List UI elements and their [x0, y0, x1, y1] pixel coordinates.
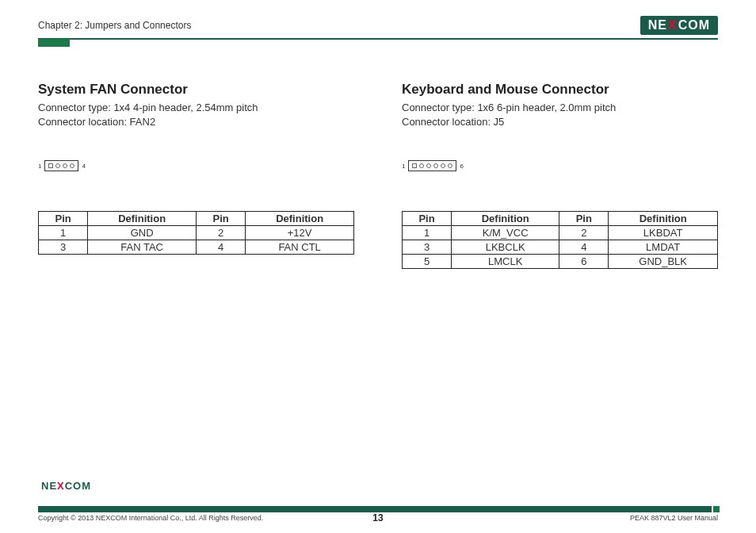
cell: 3 — [39, 240, 88, 255]
cell: 1 — [403, 226, 452, 240]
cell: 1 — [39, 226, 88, 240]
right-line2: Connector location: J5 — [402, 115, 718, 129]
th-pin: Pin — [39, 212, 88, 226]
footer-text-row: Copyright © 2013 NEXCOM International Co… — [38, 514, 718, 522]
pin-6-icon — [448, 163, 452, 168]
th-def: Definition — [609, 212, 718, 226]
diag-start-label: 1 — [38, 163, 41, 170]
right-line1: Connector type: 1x6 6-pin header, 2.0mm … — [402, 101, 718, 115]
th-pin: Pin — [559, 212, 609, 226]
table-header-row: Pin Definition Pin Definition — [403, 212, 718, 226]
th-pin: Pin — [196, 212, 245, 226]
th-def: Definition — [452, 212, 559, 226]
right-title: Keyboard and Mouse Connector — [402, 82, 718, 98]
pin-5-icon — [441, 163, 445, 168]
table-row: 3 FAN TAC 4 FAN CTL — [39, 240, 354, 255]
cell: K/M_VCC — [452, 226, 559, 240]
right-diagram: 1 6 — [402, 160, 718, 171]
right-pin-table: Pin Definition Pin Definition 1 K/M_VCC … — [402, 211, 718, 269]
cell: GND_BLK — [609, 255, 718, 269]
cell: 5 — [403, 255, 452, 269]
cell: FAN CTL — [246, 240, 354, 255]
left-line1: Connector type: 1x4 4-pin header, 2.54mm… — [38, 101, 354, 115]
table-row: 1 K/M_VCC 2 LKBDAT — [403, 226, 718, 240]
pin-3-icon — [63, 163, 67, 168]
page-header: Chapter 2: Jumpers and Connectors NEXCOM — [38, 16, 718, 40]
cell: +12V — [246, 226, 354, 240]
connector-4pin — [44, 160, 78, 171]
pin-4-icon — [70, 163, 74, 168]
cell: 3 — [403, 240, 452, 255]
diag-end-label: 6 — [460, 163, 463, 170]
logo-bottom: NEXCOM — [38, 480, 718, 492]
cell: GND — [88, 226, 197, 240]
table-row: 5 LMCLK 6 GND_BLK — [403, 255, 718, 269]
cell: FAN TAC — [88, 240, 197, 255]
pin-3-icon — [426, 163, 431, 168]
pin-1-icon — [412, 163, 417, 168]
left-pin-table: Pin Definition Pin Definition 1 GND 2 +1… — [38, 211, 354, 255]
diag-start-label: 1 — [402, 163, 405, 170]
page-number: 13 — [372, 512, 383, 523]
copyright: Copyright © 2013 NEXCOM International Co… — [38, 514, 263, 522]
connector-6pin — [408, 160, 456, 171]
th-def: Definition — [246, 212, 354, 226]
cell: LMCLK — [452, 255, 559, 269]
left-column: System FAN Connector Connector type: 1x4… — [38, 82, 354, 269]
th-def: Definition — [88, 212, 197, 226]
pin-4-icon — [433, 163, 438, 168]
th-pin: Pin — [403, 212, 452, 226]
cell: 4 — [559, 240, 609, 255]
pin-1-icon — [48, 163, 53, 168]
logo-post: COM — [678, 18, 710, 33]
chapter-title: Chapter 2: Jumpers and Connectors — [38, 20, 191, 31]
cell: 2 — [196, 226, 245, 240]
left-line2: Connector location: FAN2 — [38, 115, 354, 129]
table-header-row: Pin Definition Pin Definition — [39, 212, 354, 226]
header-accent — [38, 39, 70, 47]
logo-pre: NE — [41, 480, 57, 492]
page-footer: NEXCOM Copyright © 2013 NEXCOM Internati… — [38, 494, 718, 522]
logo-post: COM — [65, 480, 91, 492]
pin-2-icon — [419, 163, 424, 168]
left-diagram: 1 4 — [38, 160, 354, 171]
logo-pre: NE — [648, 18, 667, 33]
content-columns: System FAN Connector Connector type: 1x4… — [38, 82, 718, 269]
cell: 6 — [559, 255, 609, 269]
right-column: Keyboard and Mouse Connector Connector t… — [402, 82, 718, 269]
cell: LKBDAT — [609, 226, 718, 240]
manual-name: PEAK 887VL2 User Manual — [630, 514, 718, 522]
table-row: 1 GND 2 +12V — [39, 226, 354, 240]
logo-x: X — [57, 480, 65, 492]
table-row: 3 LKBCLK 4 LMDAT — [403, 240, 718, 255]
pin-2-icon — [55, 163, 60, 168]
logo-top: NEXCOM — [640, 16, 718, 35]
diag-end-label: 4 — [82, 163, 85, 170]
cell: LMDAT — [609, 240, 718, 255]
cell: 4 — [196, 240, 245, 255]
logo-x: X — [668, 18, 678, 33]
left-title: System FAN Connector — [38, 82, 354, 98]
footer-bar — [38, 506, 718, 512]
cell: LKBCLK — [452, 240, 559, 255]
cell: 2 — [559, 226, 609, 240]
